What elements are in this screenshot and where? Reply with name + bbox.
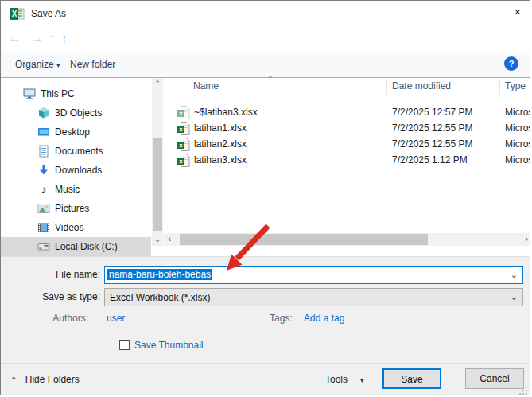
scroll-up-icon[interactable]: ⌃ [152,78,163,90]
file-list-horizontal-scrollbar[interactable]: ‹ › [164,233,530,246]
hide-folders-caret-icon: ⌃ [10,376,17,384]
save-as-type-label: Save as type: [1,291,100,302]
sidebar-scrollbar[interactable]: ⌃ ⌄ [152,78,163,246]
content-area: This PC 3D Objects Desktop [1,78,530,257]
file-list-header: Name ⌃ Date modified Type [164,78,530,97]
cube-icon [37,107,50,119]
sidebar-item-music[interactable]: ♪ Music [1,180,151,199]
window-title: Save As [31,8,66,19]
resize-grip[interactable] [519,387,527,395]
authors-value-link[interactable]: user [107,313,125,324]
sidebar-item-3d-objects[interactable]: 3D Objects [1,103,151,123]
back-icon[interactable]: ← [9,31,21,45]
add-a-tag-link[interactable]: Add a tag [304,313,344,324]
desktop-icon [37,126,50,138]
sidebar-item-local-disk-c[interactable]: Local Disk (C:) [1,237,151,256]
save-thumbnail-label: Save Thumbnail [134,340,204,351]
save-as-dialog: X Save As × ← → ⌄ ↑ « user › Documents ›… [0,0,530,395]
disk-drive-icon [37,240,50,253]
scroll-left-icon[interactable]: ‹ [164,233,176,246]
excel-file-icon: x [177,154,190,169]
tools-button[interactable]: Tools [325,374,348,385]
close-icon[interactable]: × [508,5,527,22]
scroll-down-icon[interactable]: ⌄ [152,234,163,246]
svg-text:x: x [179,158,183,165]
sidebar-item-desktop[interactable]: Desktop [1,123,151,142]
sidebar-scrollbar-thumb[interactable] [153,138,162,231]
up-icon[interactable]: ↑ [61,31,68,45]
film-icon [37,221,50,234]
navigation-bar: ← → ⌄ ↑ « user › Documents › Latihan Exc… [1,25,530,52]
sidebar-item-pictures[interactable]: Pictures [1,199,151,218]
column-header-type[interactable]: Type [505,80,526,91]
excel-file-icon: x [177,106,190,122]
file-row-latihan1[interactable]: x latihan1.xlsx 7/2/2025 12:55 PM Micros [164,120,530,136]
download-arrow-icon [37,164,50,177]
recent-locations-icon[interactable]: ⌄ [49,31,56,39]
column-header-date-modified[interactable]: Date modified [392,80,451,91]
svg-text:x: x [179,126,183,133]
horizontal-scrollbar-thumb[interactable] [180,234,428,245]
save-thumbnail-checkbox[interactable] [119,340,130,350]
column-header-name[interactable]: Name [193,80,219,91]
document-icon [37,145,50,158]
file-row-latihan2[interactable]: x latihan2.xlsx 7/2/2025 12:55 PM Micros [164,136,530,152]
file-row-latihan3[interactable]: x latihan3.xlsx 7/2/2025 1:12 PM Micros [164,152,530,168]
help-icon[interactable]: ? [504,56,518,71]
save-as-type-select[interactable]: Excel Workbook (*.xlsx) ⌄ [104,288,523,306]
organize-caret-icon: ▾ [56,61,60,69]
excel-file-icon: x [177,122,190,138]
column-divider[interactable] [386,80,387,95]
sidebar-item-documents[interactable]: Documents [1,142,151,161]
save-as-type-value: Excel Workbook (*.xlsx) [110,292,210,303]
footer-bar: ⌃ Hide Folders Tools ▾ Save Cancel [1,363,530,395]
file-name-value: nama-baru-boleh-bebas [107,269,212,280]
sidebar-item-this-pc[interactable]: This PC [1,84,151,103]
title-bar: X Save As × [1,1,530,25]
hide-folders-button[interactable]: ⌃ Hide Folders [10,374,80,385]
file-name-input[interactable]: nama-baru-boleh-bebas ⌄ [104,266,523,284]
file-name-dropdown-icon[interactable]: ⌄ [511,270,518,280]
svg-text:X: X [12,10,17,18]
authors-label: Authors: [1,313,88,324]
save-as-type-dropdown-icon[interactable]: ⌄ [511,292,518,302]
svg-text:x: x [179,142,183,149]
organize-button[interactable]: Organize ▾ [10,52,65,77]
save-button[interactable]: Save [382,368,441,389]
column-divider[interactable] [499,80,500,95]
excel-app-icon: X [10,6,25,23]
cancel-button[interactable]: Cancel [465,368,524,389]
command-toolbar: Organize ▾ New folder ▾ [1,52,530,78]
this-pc-icon [23,88,36,100]
sidebar-item-videos[interactable]: Videos [1,218,151,237]
sidebar-item-downloads[interactable]: Downloads [1,161,151,180]
tags-label: Tags: [270,313,293,324]
excel-file-icon: x [177,138,190,154]
picture-icon [37,202,50,215]
file-name-label: File name: [1,269,100,280]
tools-caret-icon[interactable]: ▾ [360,376,364,384]
scroll-right-icon[interactable]: › [521,233,530,246]
music-note-icon: ♪ [37,183,50,196]
forward-icon[interactable]: → [31,31,43,45]
sort-ascending-icon[interactable]: ⌃ [267,75,274,83]
new-folder-button[interactable]: New folder [65,52,120,77]
svg-text:x: x [179,110,183,117]
file-row-temp-latihan3[interactable]: x ~$latihan3.xlsx 7/2/2025 12:57 PM Micr… [164,104,530,120]
